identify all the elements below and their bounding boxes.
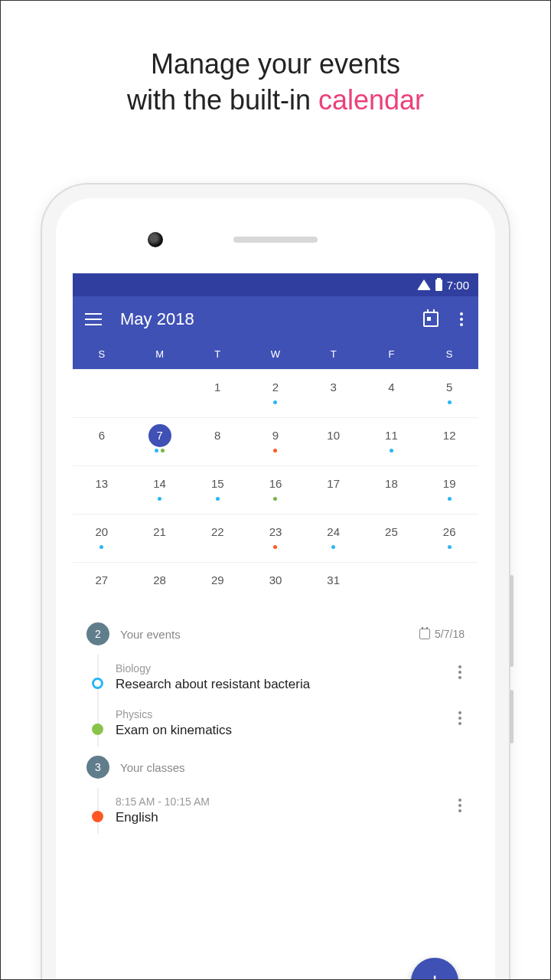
overflow-icon[interactable] (457, 309, 466, 329)
calendar-day[interactable]: 15 (188, 466, 246, 514)
camera-dot (148, 232, 163, 247)
events-section-date: 5/7/18 (419, 628, 465, 640)
agenda: 2 Your events 5/7/18 BiologyResearch abo… (73, 610, 478, 834)
phone-frame: 7:00 May 2018 SMTWTFS 123456789101112131… (42, 185, 509, 980)
calendar-day (131, 370, 189, 417)
weekday-label: S (420, 348, 478, 360)
calendar-day[interactable]: 26 (420, 514, 478, 562)
classes-count-badge: 3 (86, 756, 109, 779)
weekday-label: M (131, 348, 189, 360)
calendar-day[interactable]: 25 (363, 514, 421, 562)
classes-section-label: Your classes (120, 761, 465, 774)
calendar-day[interactable]: 5 (420, 370, 478, 417)
promo-headline: Manage your events with the built-in cal… (1, 47, 550, 119)
calendar-day[interactable]: 2 (246, 370, 305, 417)
event-bullet (92, 811, 103, 822)
calendar-day[interactable]: 27 (73, 563, 131, 610)
event-title: Exam on kinematics (116, 722, 443, 739)
calendar-day[interactable]: 11 (363, 418, 421, 466)
calendar-day[interactable]: 18 (363, 466, 421, 514)
calendar-day[interactable]: 31 (305, 563, 363, 610)
calendar-day[interactable]: 23 (246, 514, 305, 562)
app-bar: May 2018 SMTWTFS (73, 296, 478, 369)
weekday-label: F (363, 348, 421, 360)
event-title: Research about resistant bacteria (116, 676, 443, 693)
calendar-day[interactable]: 21 (131, 514, 189, 562)
calendar-day[interactable]: 13 (73, 466, 131, 514)
calendar-day[interactable]: 9 (246, 418, 305, 466)
events-section-header: 2 Your events 5/7/18 (86, 622, 465, 645)
classes-section-header: 3 Your classes (86, 756, 465, 779)
battery-icon (435, 279, 442, 291)
calendar-day[interactable]: 29 (188, 563, 246, 610)
calendar-day[interactable]: 14 (131, 466, 189, 514)
calendar-day[interactable]: 19 (420, 466, 478, 514)
event-overline: Physics (116, 708, 443, 720)
calendar-day[interactable]: 6 (73, 418, 131, 466)
events-count-badge: 2 (86, 622, 109, 645)
calendar-day[interactable]: 3 (305, 370, 363, 417)
event-bullet (92, 724, 103, 735)
menu-icon[interactable] (85, 313, 102, 325)
speaker-grill (233, 237, 318, 243)
month-title[interactable]: May 2018 (120, 309, 405, 329)
agenda-item[interactable]: BiologyResearch about resistant bacteria (99, 655, 465, 701)
calendar-day[interactable]: 17 (305, 466, 363, 514)
calendar-grid: 1234567891011121314151617181920212223242… (73, 369, 478, 610)
wifi-icon (417, 279, 431, 290)
calendar-day[interactable]: 7 (131, 418, 189, 466)
calendar-day[interactable]: 22 (188, 514, 246, 562)
agenda-item[interactable]: PhysicsExam on kinematics (99, 701, 465, 746)
status-bar: 7:00 (73, 273, 478, 296)
today-icon[interactable] (423, 312, 439, 327)
event-overline: Biology (116, 662, 443, 675)
event-title: English (116, 809, 443, 826)
calendar-day[interactable]: 1 (188, 370, 246, 417)
event-overflow-icon[interactable] (455, 662, 465, 682)
calendar-small-icon (419, 629, 430, 639)
calendar-day (363, 563, 421, 610)
calendar-day[interactable]: 20 (73, 514, 131, 562)
event-bullet (92, 678, 103, 689)
agenda-item[interactable]: 8:15 AM - 10:15 AMEnglish (99, 788, 465, 834)
calendar-day[interactable]: 4 (363, 370, 421, 417)
calendar-day (420, 563, 478, 610)
weekday-label: T (305, 348, 363, 360)
status-time: 7:00 (447, 279, 469, 292)
weekday-label: S (73, 348, 131, 360)
calendar-day[interactable]: 28 (131, 563, 189, 610)
add-fab[interactable]: + (411, 958, 458, 980)
calendar-day[interactable]: 16 (246, 466, 305, 514)
calendar-day[interactable]: 8 (188, 418, 246, 466)
event-overline: 8:15 AM - 10:15 AM (116, 795, 443, 808)
calendar-day[interactable]: 10 (305, 418, 363, 466)
calendar-day[interactable]: 30 (246, 563, 305, 610)
calendar-day[interactable]: 24 (305, 514, 363, 562)
calendar-day (73, 370, 131, 417)
event-overflow-icon[interactable] (455, 795, 465, 815)
events-section-label: Your events (120, 628, 409, 641)
weekday-label: T (188, 348, 246, 360)
weekday-label: W (246, 348, 305, 360)
event-overflow-icon[interactable] (455, 708, 465, 728)
calendar-day[interactable]: 12 (420, 418, 478, 466)
weekday-header: SMTWTFS (73, 342, 478, 369)
